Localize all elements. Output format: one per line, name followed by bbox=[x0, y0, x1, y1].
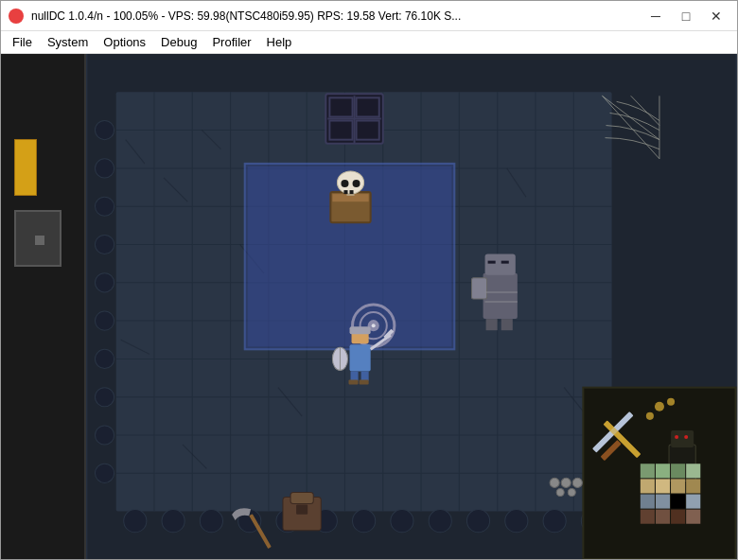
svg-rect-121 bbox=[686, 464, 700, 478]
svg-point-56 bbox=[95, 464, 114, 482]
svg-point-138 bbox=[568, 488, 575, 496]
svg-point-51 bbox=[95, 273, 114, 292]
svg-rect-93 bbox=[471, 278, 486, 299]
svg-point-113 bbox=[684, 435, 688, 439]
svg-rect-91 bbox=[488, 261, 496, 264]
svg-point-40 bbox=[353, 510, 376, 533]
svg-point-52 bbox=[95, 311, 114, 330]
svg-rect-132 bbox=[671, 510, 685, 524]
game-scene-svg bbox=[86, 54, 737, 559]
inventory-box bbox=[14, 210, 62, 267]
svg-point-48 bbox=[95, 159, 114, 178]
svg-rect-122 bbox=[641, 479, 655, 493]
svg-point-108 bbox=[667, 398, 675, 406]
menu-file[interactable]: File bbox=[5, 31, 40, 53]
svg-rect-90 bbox=[485, 254, 516, 275]
svg-point-54 bbox=[95, 388, 114, 407]
svg-point-47 bbox=[95, 121, 114, 140]
maximize-button[interactable]: □ bbox=[673, 7, 699, 26]
svg-point-34 bbox=[124, 510, 147, 533]
svg-rect-124 bbox=[671, 479, 685, 493]
svg-point-44 bbox=[505, 510, 528, 533]
svg-point-35 bbox=[162, 510, 184, 533]
svg-rect-80 bbox=[350, 326, 371, 334]
svg-rect-126 bbox=[641, 494, 655, 508]
svg-rect-62 bbox=[329, 97, 352, 116]
svg-rect-127 bbox=[656, 494, 670, 508]
svg-rect-95 bbox=[501, 319, 513, 330]
svg-point-49 bbox=[95, 197, 114, 216]
svg-point-36 bbox=[200, 510, 222, 533]
svg-point-77 bbox=[372, 324, 376, 327]
left-panel bbox=[1, 54, 86, 559]
svg-rect-71 bbox=[343, 190, 347, 194]
close-button[interactable]: ✕ bbox=[703, 7, 729, 26]
svg-point-70 bbox=[353, 180, 360, 187]
menu-bar: File System Options Debug Profiler Help bbox=[1, 31, 737, 54]
menu-debug[interactable]: Debug bbox=[153, 31, 204, 53]
svg-rect-120 bbox=[671, 464, 685, 478]
svg-rect-129 bbox=[686, 494, 700, 508]
svg-point-107 bbox=[655, 402, 664, 411]
svg-rect-118 bbox=[641, 464, 655, 478]
svg-rect-128 bbox=[671, 494, 685, 508]
svg-rect-89 bbox=[483, 273, 518, 319]
svg-rect-84 bbox=[361, 372, 369, 381]
svg-point-136 bbox=[572, 478, 582, 487]
title-bar: nullDC 1.0.4/n - 100.05% - VPS: 59.98(NT… bbox=[1, 1, 737, 31]
window-controls: ─ □ ✕ bbox=[642, 7, 729, 26]
svg-rect-125 bbox=[686, 479, 700, 493]
title-bar-text: nullDC 1.0.4/n - 100.05% - VPS: 59.98(NT… bbox=[31, 9, 635, 23]
app-icon bbox=[9, 9, 24, 24]
svg-rect-83 bbox=[351, 372, 359, 381]
health-bar bbox=[14, 139, 37, 196]
svg-rect-72 bbox=[350, 190, 354, 194]
main-window: nullDC 1.0.4/n - 100.05% - VPS: 59.98(NT… bbox=[0, 0, 738, 560]
svg-point-53 bbox=[95, 349, 114, 368]
menu-profiler[interactable]: Profiler bbox=[204, 31, 258, 53]
dungeon-area bbox=[86, 54, 737, 559]
svg-point-134 bbox=[550, 478, 559, 487]
svg-point-135 bbox=[561, 478, 571, 487]
svg-rect-85 bbox=[349, 380, 359, 385]
svg-point-112 bbox=[675, 435, 678, 439]
svg-point-55 bbox=[95, 426, 114, 445]
game-canvas bbox=[1, 54, 737, 559]
svg-point-42 bbox=[429, 510, 451, 533]
svg-rect-65 bbox=[357, 121, 379, 140]
menu-options[interactable]: Options bbox=[96, 31, 153, 53]
menu-system[interactable]: System bbox=[40, 31, 96, 53]
game-viewport bbox=[1, 54, 737, 559]
svg-point-50 bbox=[95, 235, 114, 254]
svg-rect-92 bbox=[501, 261, 509, 264]
svg-point-109 bbox=[646, 412, 654, 420]
svg-rect-130 bbox=[641, 510, 655, 524]
svg-rect-111 bbox=[671, 430, 694, 447]
svg-rect-94 bbox=[486, 319, 498, 330]
svg-rect-64 bbox=[329, 121, 352, 140]
svg-rect-119 bbox=[656, 464, 670, 478]
svg-rect-123 bbox=[656, 479, 670, 493]
menu-help[interactable]: Help bbox=[259, 31, 300, 53]
svg-rect-116 bbox=[290, 492, 313, 503]
svg-rect-0 bbox=[35, 236, 44, 245]
svg-point-45 bbox=[543, 510, 566, 533]
svg-rect-63 bbox=[357, 97, 379, 116]
minimize-button[interactable]: ─ bbox=[642, 7, 669, 26]
svg-point-69 bbox=[341, 180, 348, 187]
svg-rect-131 bbox=[656, 510, 670, 524]
svg-rect-86 bbox=[360, 380, 369, 385]
svg-rect-117 bbox=[296, 505, 308, 515]
svg-rect-133 bbox=[686, 510, 700, 524]
svg-point-43 bbox=[466, 510, 489, 533]
svg-point-137 bbox=[556, 488, 564, 496]
svg-rect-78 bbox=[350, 344, 371, 371]
svg-point-41 bbox=[391, 510, 413, 533]
